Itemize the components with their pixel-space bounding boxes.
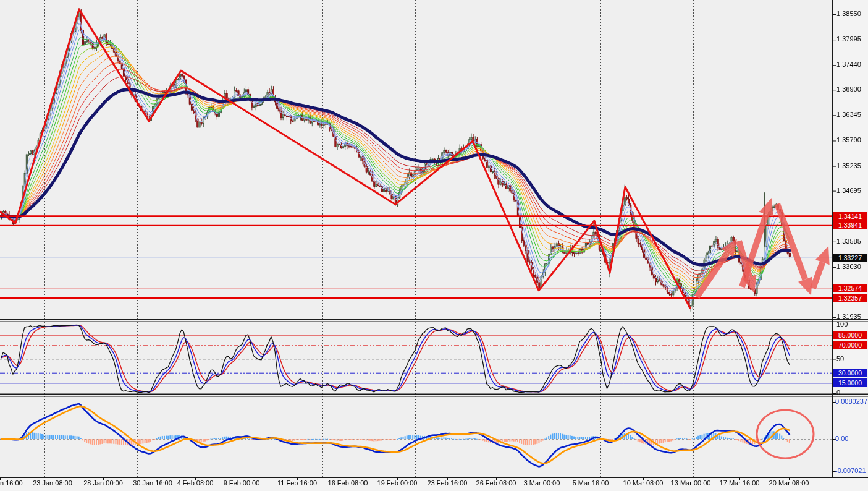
trading-chart-window: 1.385501.379951.374401.369001.363451.357… (0, 0, 868, 491)
chart-canvas[interactable] (0, 0, 868, 491)
